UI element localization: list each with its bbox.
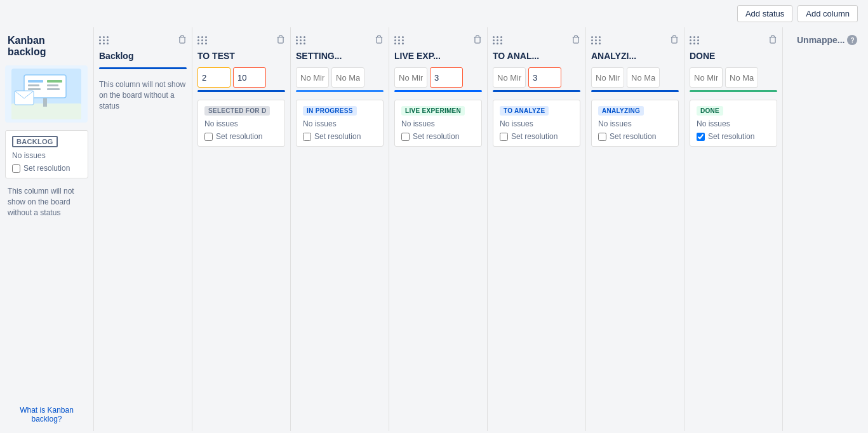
status-label: TO ANALYZE: [500, 106, 549, 116]
backlog-set-resolution[interactable]: Set resolution: [12, 164, 81, 173]
set-resolution-label[interactable]: Set resolution: [401, 132, 475, 141]
column-title-live-exp: LIVE EXP...: [394, 51, 482, 61]
status-card-live-exp-0: LIVE EXPERIMENNo issuesSet resolution: [394, 100, 482, 147]
column-to-test: TO TESTSELECTED FOR DNo issuesSet resolu…: [192, 27, 291, 431]
no-issues-text: No issues: [401, 119, 475, 128]
backlog-no-issues: No issues: [12, 151, 81, 160]
backlog-label: BACKLOG: [12, 136, 58, 147]
set-resolution-text: Set resolution: [511, 132, 558, 141]
column-divider-backlog-col: [99, 67, 187, 69]
kanban-backlog-sidebar: Kanban backlog: [0, 27, 94, 431]
wip-controls-live-exp: [394, 67, 482, 88]
column-header-to-test: [197, 35, 285, 46]
delete-column-icon[interactable]: [473, 35, 482, 46]
set-resolution-text: Set resolution: [314, 132, 361, 141]
wip-max-to-test[interactable]: [233, 67, 266, 88]
set-resolution-checkbox[interactable]: [697, 133, 705, 141]
column-divider-to-test: [197, 90, 285, 92]
wip-min-analyzi[interactable]: [591, 67, 624, 88]
top-bar: Add status Add column: [0, 0, 868, 27]
svg-rect-9: [47, 88, 60, 90]
wip-min-to-anal[interactable]: [493, 67, 526, 88]
set-resolution-label[interactable]: Set resolution: [598, 132, 672, 141]
set-resolution-checkbox[interactable]: [303, 133, 311, 141]
set-resolution-text: Set resolution: [708, 132, 754, 141]
add-status-button[interactable]: Add status: [737, 5, 792, 22]
unmapped-help-icon[interactable]: ?: [847, 35, 857, 45]
kanban-illustration: [5, 65, 88, 123]
wip-max-setting[interactable]: [331, 67, 364, 88]
wip-min-setting[interactable]: [296, 67, 329, 88]
set-resolution-label[interactable]: Set resolution: [697, 132, 770, 141]
kanban-backlog-link[interactable]: What is Kanban backlog?: [5, 396, 88, 423]
wip-max-done[interactable]: [725, 67, 758, 88]
status-label: DONE: [697, 106, 723, 116]
wip-min-done[interactable]: [690, 67, 723, 88]
drag-handle-icon[interactable]: [591, 36, 601, 44]
column-title-analyzi: ANALYZI...: [591, 51, 679, 61]
column-setting: SETTING...IN PROGRESSNo issuesSet resolu…: [291, 27, 389, 431]
column-divider-to-anal: [493, 90, 580, 92]
set-resolution-label[interactable]: Set resolution: [500, 132, 573, 141]
column-header-setting: [296, 35, 384, 46]
delete-column-icon[interactable]: [178, 35, 187, 46]
wip-controls-to-test: [197, 67, 285, 88]
set-resolution-checkbox[interactable]: [598, 133, 606, 141]
delete-column-icon[interactable]: [276, 35, 285, 46]
wip-min-to-test[interactable]: [197, 67, 230, 88]
drag-handle-icon[interactable]: [197, 36, 208, 44]
column-backlog-col: BacklogThis column will not show on the …: [94, 27, 192, 431]
svg-rect-7: [47, 80, 62, 83]
wip-max-to-anal[interactable]: [528, 67, 561, 88]
svg-rect-6: [28, 88, 41, 90]
main-content: Kanban backlog: [0, 27, 868, 431]
status-card-done-0: DONENo issuesSet resolution: [690, 100, 777, 147]
status-card-to-anal-0: TO ANALYZENo issuesSet resolution: [493, 100, 580, 147]
drag-handle-icon[interactable]: [493, 36, 503, 44]
set-resolution-label[interactable]: Set resolution: [303, 132, 377, 141]
column-divider-live-exp: [394, 90, 482, 92]
wip-max-analyzi[interactable]: [627, 67, 660, 88]
no-issues-text: No issues: [697, 119, 770, 128]
no-issues-text: No issues: [500, 119, 573, 128]
column-header-analyzi: [591, 35, 679, 46]
backlog-status-card: BACKLOG No issues Set resolution: [5, 130, 88, 178]
set-resolution-label[interactable]: Set resolution: [204, 132, 278, 141]
column-title-to-anal: TO ANAL...: [493, 51, 580, 61]
set-resolution-checkbox[interactable]: [500, 133, 508, 141]
sidebar-info-text: This column will not show on the board w…: [5, 186, 88, 218]
wip-min-live-exp[interactable]: [394, 67, 427, 88]
delete-column-icon[interactable]: [571, 35, 580, 46]
backlog-set-resolution-checkbox[interactable]: [12, 164, 20, 173]
drag-handle-icon[interactable]: [296, 36, 306, 44]
unmapped-label: Unmappe... ?: [797, 35, 857, 45]
status-label: LIVE EXPERIMEN: [401, 106, 465, 116]
wip-controls-to-anal: [493, 67, 580, 88]
status-card-analyzi-0: ANALYZINGNo issuesSet resolution: [591, 100, 679, 147]
column-header-to-anal: [493, 35, 580, 46]
unmapped-text: Unmappe...: [797, 35, 845, 45]
drag-handle-icon[interactable]: [394, 36, 404, 44]
no-issues-text: No issues: [204, 119, 278, 128]
delete-column-icon[interactable]: [768, 35, 777, 46]
add-column-button[interactable]: Add column: [798, 5, 858, 22]
column-analyzi: ANALYZI...ANALYZINGNo issuesSet resoluti…: [586, 27, 684, 431]
svg-rect-4: [28, 80, 43, 83]
status-card-to-test-0: SELECTED FOR DNo issuesSet resolution: [197, 100, 285, 147]
wip-max-live-exp[interactable]: [430, 67, 463, 88]
status-label: IN PROGRESS: [303, 106, 357, 116]
drag-handle-icon[interactable]: [690, 36, 700, 44]
svg-rect-8: [47, 84, 58, 86]
column-to-anal: TO ANAL...TO ANALYZENo issuesSet resolut…: [488, 27, 586, 431]
no-issues-text: No issues: [598, 119, 672, 128]
set-resolution-text: Set resolution: [413, 132, 459, 141]
set-resolution-checkbox[interactable]: [204, 133, 213, 141]
delete-column-icon[interactable]: [375, 35, 384, 46]
drag-handle-icon[interactable]: [99, 36, 109, 44]
unmapped-column: Unmappe... ?: [792, 27, 868, 431]
column-live-exp: LIVE EXP...LIVE EXPERIMENNo issuesSet re…: [389, 27, 488, 431]
delete-column-icon[interactable]: [670, 35, 679, 46]
set-resolution-checkbox[interactable]: [401, 133, 410, 141]
status-card-setting-0: IN PROGRESSNo issuesSet resolution: [296, 100, 384, 147]
column-title-setting: SETTING...: [296, 51, 384, 61]
